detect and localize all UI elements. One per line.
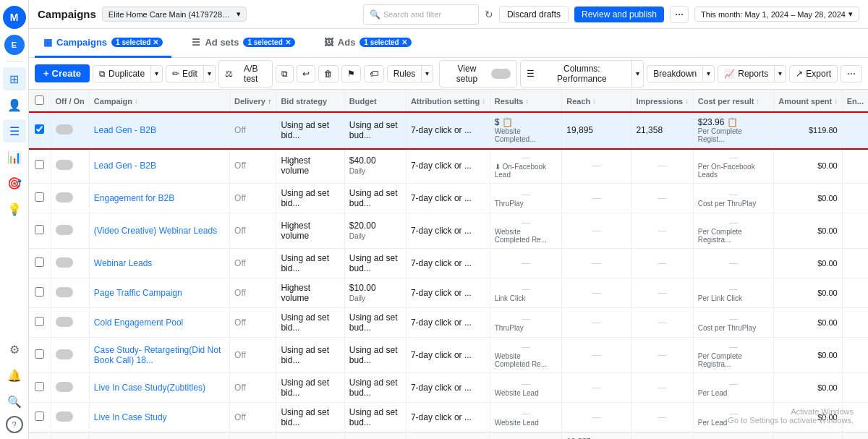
- row-toggle[interactable]: [56, 349, 73, 359]
- toolbar-more-button[interactable]: ⋯: [841, 65, 862, 82]
- rules-caret[interactable]: ▾: [422, 65, 433, 82]
- date-range-label: This month: May 1, 2024 – May 28, 2024: [701, 10, 846, 19]
- row-budget-cell: Using ad set bud...: [344, 113, 406, 148]
- refresh-icon[interactable]: ↻: [485, 9, 493, 20]
- footer-amount: $119.80 Total spent: [774, 432, 842, 440]
- edit-icon: ✏: [172, 69, 179, 79]
- account-dropdown-icon: ▾: [237, 9, 240, 19]
- sidebar-icon-notifications[interactable]: 🔔: [3, 364, 26, 387]
- breakdown-button[interactable]: Breakdown: [647, 65, 703, 82]
- header-off-on: Off / On: [51, 90, 89, 113]
- row-toggle[interactable]: [56, 287, 73, 297]
- row-toggle[interactable]: [56, 160, 73, 170]
- row-checkbox[interactable]: [35, 287, 44, 297]
- row-toggle[interactable]: [56, 317, 73, 327]
- header-en: En...: [842, 90, 868, 113]
- campaign-link[interactable]: Lead Gen - B2B: [94, 125, 156, 135]
- campaign-link[interactable]: Engagement for B2B: [94, 193, 174, 203]
- campaign-link[interactable]: Live In Case Study: [94, 412, 167, 422]
- sidebar-icon-insights[interactable]: 💡: [3, 197, 26, 221]
- view-setup-button[interactable]: View setup: [439, 60, 517, 88]
- columns-icon: ☰: [527, 69, 535, 79]
- campaign-link[interactable]: (Video Creative) Webinar Leads: [94, 226, 217, 236]
- row-checkbox[interactable]: [35, 225, 44, 234]
- discard-button[interactable]: Discard drafts: [499, 6, 569, 23]
- table-row: Page Traffic Campaign Off Highest volume…: [29, 278, 868, 308]
- sidebar-icon-settings[interactable]: ⚙: [3, 338, 26, 361]
- sidebar-icon-home[interactable]: ⊞: [3, 67, 26, 90]
- tab-adsets[interactable]: ☰ Ad sets 1 selected ✕: [183, 29, 303, 58]
- search-filter-input[interactable]: 🔍 Search and filter: [363, 4, 479, 25]
- abtest-button[interactable]: ⚖ A/B test: [218, 60, 273, 88]
- campaign-link[interactable]: Webinar Leads: [94, 258, 153, 268]
- search-placeholder: Search and filter: [383, 10, 441, 19]
- view-setup-label: View setup: [446, 64, 488, 84]
- row-toggle[interactable]: [56, 382, 73, 392]
- date-range-selector[interactable]: This month: May 1, 2024 – May 28, 2024 ▾: [694, 7, 859, 22]
- rules-button[interactable]: Rules: [387, 65, 422, 82]
- duplicate-label: Duplicate: [109, 69, 145, 79]
- sidebar-icon-search[interactable]: 🔍: [3, 390, 26, 413]
- flag-button[interactable]: ⚑: [341, 65, 361, 82]
- ads-badge-close[interactable]: ✕: [401, 38, 407, 46]
- row-checkbox[interactable]: [35, 192, 44, 202]
- edit-caret[interactable]: ▾: [204, 65, 216, 82]
- row-checkbox[interactable]: [35, 257, 44, 267]
- tag-button[interactable]: 🏷: [364, 65, 384, 82]
- row-toggle[interactable]: [56, 257, 73, 268]
- columns-group: ☰ Columns: Performance ▾: [520, 60, 644, 88]
- review-button[interactable]: Review and publish: [574, 7, 664, 22]
- campaigns-tab-label: Campaigns: [56, 37, 107, 48]
- reports-button[interactable]: 📈 Reports: [718, 65, 775, 82]
- sidebar-icon-audiences[interactable]: 🎯: [3, 171, 26, 195]
- header-amount-spent: Amount spent ↕: [774, 90, 842, 113]
- breakdown-caret[interactable]: ▾: [703, 65, 715, 82]
- row-checkbox[interactable]: [35, 317, 44, 326]
- topbar: Campaigns Elite Home Care Main (41797289…: [29, 0, 868, 29]
- account-selector[interactable]: Elite Home Care Main (417972898651... ▾: [102, 7, 247, 22]
- row-checkbox[interactable]: [35, 382, 44, 391]
- tab-ads[interactable]: 🖼 Ads 1 selected ✕: [315, 29, 420, 58]
- row-checkbox[interactable]: [35, 349, 44, 359]
- row-cost-cell: $23.96 📋 Per Complete Regist...: [693, 113, 774, 148]
- campaigns-badge: 1 selected ✕: [111, 38, 163, 47]
- select-all-checkbox[interactable]: [35, 95, 44, 105]
- header-results: Results ↕: [490, 90, 562, 113]
- row-toggle[interactable]: [56, 192, 73, 203]
- ads-badge: 1 selected ✕: [359, 38, 411, 47]
- edit-button[interactable]: ✏ Edit: [166, 65, 204, 82]
- undo-button[interactable]: ↩: [297, 65, 315, 82]
- page-title: Campaigns: [38, 8, 96, 20]
- columns-caret[interactable]: ▾: [632, 60, 644, 88]
- campaign-link[interactable]: Cold Engagement Pool: [94, 317, 183, 328]
- export-button[interactable]: ↗ Export: [789, 65, 838, 82]
- table-row: Cold Engagement Pool Off Using ad set bi…: [29, 308, 868, 338]
- campaign-link[interactable]: Lead Gen - B2B: [94, 161, 156, 171]
- campaigns-badge-close[interactable]: ✕: [153, 38, 158, 46]
- delete-button[interactable]: 🗑: [318, 65, 339, 82]
- row-checkbox[interactable]: [35, 412, 44, 421]
- duplicate-caret[interactable]: ▾: [151, 65, 163, 82]
- create-button[interactable]: + Create: [35, 64, 90, 82]
- user-avatar[interactable]: E: [4, 35, 25, 55]
- row-toggle[interactable]: [56, 124, 73, 135]
- columns-button[interactable]: ☰ Columns: Performance: [520, 60, 632, 88]
- campaign-link[interactable]: Live In Case Study(Zubtitles): [94, 383, 205, 393]
- footer-cost: —: [693, 432, 774, 440]
- campaign-link[interactable]: Case Study- Retargeting(Did Not Book Cal…: [94, 345, 221, 365]
- reports-caret[interactable]: ▾: [775, 65, 786, 82]
- duplicate-button[interactable]: ⧉ Duplicate: [93, 65, 151, 82]
- topbar-more-button[interactable]: ⋯: [670, 6, 689, 23]
- adsets-badge-close[interactable]: ✕: [285, 38, 291, 46]
- sidebar-icon-analytics[interactable]: 📊: [3, 145, 26, 169]
- sidebar-icon-campaigns[interactable]: ☰: [3, 119, 26, 142]
- sidebar-icon-account[interactable]: 👤: [3, 93, 26, 116]
- tab-campaigns[interactable]: ▦ Campaigns 1 selected ✕: [35, 29, 171, 58]
- row-checkbox[interactable]: [35, 124, 44, 134]
- help-button[interactable]: ?: [6, 416, 23, 433]
- row-toggle[interactable]: [56, 412, 73, 422]
- copy-button[interactable]: ⧉: [276, 65, 294, 82]
- row-checkbox[interactable]: [35, 160, 44, 169]
- campaign-link[interactable]: Page Traffic Campaign: [94, 288, 182, 298]
- row-toggle[interactable]: [56, 225, 73, 235]
